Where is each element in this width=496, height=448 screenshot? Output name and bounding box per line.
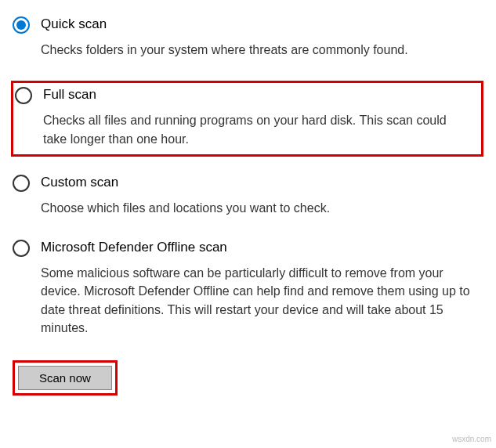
option-label-custom: Custom scan bbox=[41, 174, 476, 191]
button-row: Scan now bbox=[13, 360, 483, 396]
option-desc-full: Checks all files and running programs on… bbox=[43, 111, 469, 147]
option-custom-scan[interactable]: Custom scan Choose which files and locat… bbox=[13, 174, 483, 217]
option-label-offline: Microsoft Defender Offline scan bbox=[41, 239, 476, 256]
radio-full-scan[interactable] bbox=[15, 87, 32, 104]
option-quick-scan[interactable]: Quick scan Checks folders in your system… bbox=[13, 16, 483, 59]
option-content: Custom scan Choose which files and locat… bbox=[41, 174, 483, 217]
option-label-quick: Quick scan bbox=[41, 16, 476, 33]
option-full-scan[interactable]: Full scan Checks all files and running p… bbox=[15, 86, 476, 147]
option-content: Microsoft Defender Offline scan Some mal… bbox=[41, 239, 483, 337]
option-offline-scan[interactable]: Microsoft Defender Offline scan Some mal… bbox=[13, 239, 483, 337]
option-desc-offline: Some malicious software can be particula… bbox=[41, 264, 476, 337]
option-desc-custom: Choose which files and locations you wan… bbox=[41, 199, 476, 217]
option-desc-quick: Checks folders in your system where thre… bbox=[41, 41, 476, 59]
highlight-full-scan: Full scan Checks all files and running p… bbox=[11, 81, 483, 156]
scan-now-button[interactable]: Scan now bbox=[18, 366, 112, 390]
option-label-full: Full scan bbox=[43, 86, 469, 103]
radio-quick-scan[interactable] bbox=[13, 16, 30, 34]
option-content: Quick scan Checks folders in your system… bbox=[41, 16, 483, 59]
radio-custom-scan[interactable] bbox=[13, 175, 30, 192]
radio-offline-scan[interactable] bbox=[13, 240, 30, 257]
highlight-scan-button: Scan now bbox=[13, 360, 118, 396]
option-content: Full scan Checks all files and running p… bbox=[43, 86, 476, 147]
